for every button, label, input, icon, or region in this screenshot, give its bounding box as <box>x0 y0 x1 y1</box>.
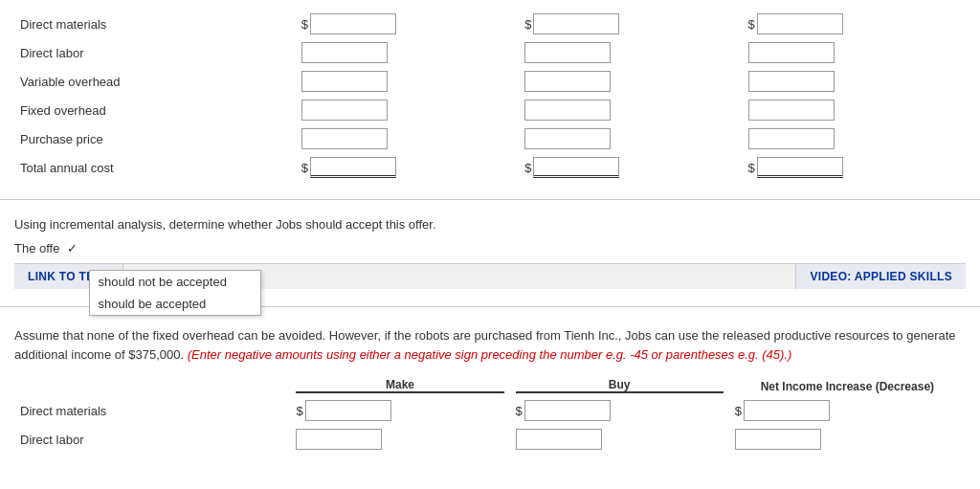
bottom-row-col1-0[interactable]: $ <box>290 396 509 425</box>
bottom-dollar-col2-0: $ <box>516 404 523 418</box>
row-col2-1[interactable] <box>519 38 742 67</box>
input-col2-3[interactable] <box>524 100 611 121</box>
input-col1-3[interactable] <box>301 100 388 121</box>
bottom-input-col2-1[interactable] <box>516 429 602 450</box>
input-col2-2[interactable] <box>524 71 611 92</box>
bottom-table: Make Buy Net Income Increase (Decrease) … <box>14 375 966 454</box>
row-col1-3[interactable] <box>296 96 519 124</box>
bottom-dollar-col3-0: $ <box>735 404 742 418</box>
dollar-sign-col1-0: $ <box>301 17 308 32</box>
bottom-input-col3-0[interactable] <box>744 400 830 421</box>
incremental-text: Using incremental analysis, determine wh… <box>14 217 966 232</box>
row-col1-0[interactable]: $ <box>296 10 519 38</box>
input-col3-5[interactable] <box>757 157 843 178</box>
row-col2-5[interactable]: $ <box>519 153 742 182</box>
row-col1-5[interactable]: $ <box>296 153 519 182</box>
row-label-1: Direct labor <box>14 38 296 67</box>
buy-header: Buy <box>510 375 729 396</box>
assume-text-instruction: (Enter negative amounts using either a n… <box>188 347 792 362</box>
input-col1-2[interactable] <box>301 71 388 92</box>
row-col3-0[interactable]: $ <box>743 10 966 38</box>
input-col2-5[interactable] <box>533 157 619 178</box>
bottom-row-label-0: Direct materials <box>14 396 290 425</box>
dollar-sign-col1-5: $ <box>301 161 308 175</box>
input-col3-2[interactable] <box>748 71 835 92</box>
input-col1-4[interactable] <box>301 128 388 149</box>
row-col1-1[interactable] <box>296 38 519 67</box>
input-col1-0[interactable] <box>310 13 396 34</box>
row-col3-4[interactable] <box>743 124 966 153</box>
incremental-section: Using incremental analysis, determine wh… <box>0 208 980 299</box>
video-applied-skills-button[interactable]: VIDEO: APPLIED SKILLS <box>795 264 966 289</box>
input-col2-4[interactable] <box>524 128 611 149</box>
net-income-header: Net Income Increase (Decrease) <box>729 375 966 396</box>
row-col2-2[interactable] <box>519 67 742 96</box>
row-col3-2[interactable] <box>743 67 966 96</box>
bottom-input-col3-1[interactable] <box>735 429 821 450</box>
bottom-dollar-col1-0: $ <box>296 404 302 418</box>
input-col3-1[interactable] <box>748 42 835 63</box>
make-header: Make <box>290 375 509 396</box>
row-col1-4[interactable] <box>296 124 519 153</box>
input-col1-5[interactable] <box>310 157 396 178</box>
empty-header <box>14 375 290 396</box>
bottom-row-col2-0[interactable]: $ <box>510 396 729 425</box>
row-label-3: Fixed overhead <box>14 96 296 124</box>
row-col2-3[interactable] <box>519 96 742 124</box>
dollar-sign-col3-0: $ <box>748 17 755 32</box>
input-col1-1[interactable] <box>301 42 388 63</box>
row-label-5: Total annual cost <box>14 153 296 182</box>
section-divider-1 <box>0 199 980 200</box>
row-col3-3[interactable] <box>743 96 966 124</box>
input-col2-1[interactable] <box>524 42 611 63</box>
bottom-input-col1-0[interactable] <box>305 400 391 421</box>
bottom-row-col3-0[interactable]: $ <box>729 396 966 425</box>
assume-text: Assume that none of the fixed overhead c… <box>14 326 966 364</box>
row-label-4: Purchase price <box>14 124 296 153</box>
input-col3-4[interactable] <box>748 128 835 149</box>
bottom-input-col1-1[interactable] <box>296 429 382 450</box>
bottom-row-col1-1[interactable] <box>290 425 509 454</box>
dollar-sign-col2-5: $ <box>524 161 531 175</box>
option-not-accepted[interactable]: should not be accepted <box>90 271 260 293</box>
bottom-input-col2-0[interactable] <box>524 400 611 421</box>
row-col3-5[interactable]: $ <box>743 153 966 182</box>
input-col2-0[interactable] <box>533 13 619 34</box>
offer-label: The offe <box>14 241 59 256</box>
bottom-row-col3-1[interactable] <box>729 425 966 454</box>
option-accepted[interactable]: should be accepted <box>90 293 260 315</box>
row-col3-1[interactable] <box>743 38 966 67</box>
row-col2-0[interactable]: $ <box>519 10 742 38</box>
checkmark-icon: ✓ <box>67 241 78 256</box>
dollar-sign-col2-0: $ <box>524 17 531 32</box>
offer-row: The offe ✓ should not be accepted should… <box>14 241 966 256</box>
bottom-row-col2-1[interactable] <box>510 425 729 454</box>
row-col1-2[interactable] <box>296 67 519 96</box>
top-section: Direct materials $ $ $ Direct <box>0 0 980 191</box>
dollar-sign-col3-5: $ <box>748 161 755 175</box>
row-col2-4[interactable] <box>519 124 742 153</box>
cost-table: Direct materials $ $ $ Direct <box>14 10 966 182</box>
input-col3-3[interactable] <box>748 100 835 121</box>
row-label-0: Direct materials <box>14 10 296 38</box>
input-col3-0[interactable] <box>757 13 843 34</box>
row-label-2: Variable overhead <box>14 67 296 96</box>
assume-section: Assume that none of the fixed overhead c… <box>0 315 980 465</box>
bottom-row-label-1: Direct labor <box>14 425 290 454</box>
dropdown-popup[interactable]: should not be accepted should be accepte… <box>89 270 261 316</box>
